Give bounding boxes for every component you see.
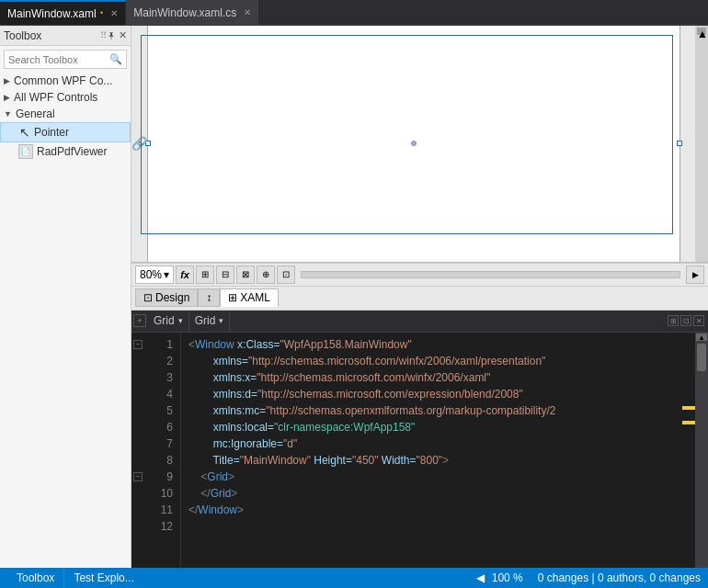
- left-dropdown[interactable]: Grid ▾: [148, 311, 189, 332]
- design-section: MainWindow 🔗: [131, 26, 708, 263]
- category-common-wpf[interactable]: ▶ Common WPF Co...: [0, 73, 131, 89]
- xaml-view-btn[interactable]: ⊞ XAML: [220, 288, 279, 307]
- xaml-label: XAML: [240, 291, 270, 304]
- tab-mainwindow-xaml[interactable]: MainWindow.xaml * ✕: [0, 0, 126, 25]
- xaml-icon: ⊞: [228, 291, 237, 304]
- code-btn3[interactable]: ✕: [693, 315, 704, 326]
- code-content[interactable]: <Window x:Class="WpfApp158.MainWindow" x…: [181, 333, 682, 569]
- h-scrollbar[interactable]: [301, 271, 680, 278]
- status-test-label: Test Explo...: [74, 571, 133, 584]
- grid-btn4[interactable]: ⊕: [257, 266, 275, 284]
- tab-mainwindow-xaml-cs[interactable]: MainWindow.xaml.cs ✕: [126, 0, 259, 25]
- arrow-icon: ▶: [4, 76, 10, 85]
- warning-indicator-2: [682, 421, 695, 424]
- pin-icon[interactable]: 🖈: [107, 30, 117, 41]
- design-canvas: MainWindow 🔗: [147, 26, 680, 262]
- status-toolbox-tab[interactable]: Toolbox: [7, 568, 63, 588]
- doc-icon: 📄: [18, 144, 33, 159]
- code-line-4: xmlns:d="http://schemas.microsoft.com/ex…: [188, 386, 675, 402]
- code-line-2: xmlns="http://schemas.microsoft.com/winf…: [188, 353, 675, 369]
- warning-indicator-1: [682, 406, 695, 410]
- scroll-up-btn[interactable]: ▲: [697, 28, 706, 35]
- margin-9: −: [133, 469, 143, 485]
- zoom-select[interactable]: 80% ▾: [135, 266, 174, 284]
- tab-label: MainWindow.xaml: [7, 7, 97, 20]
- grid-btn2[interactable]: ⊟: [216, 266, 234, 284]
- toolbox-header: Toolbox ⠿ 🖈 ✕: [0, 26, 131, 46]
- design-scrollbar[interactable]: ▲: [695, 26, 708, 262]
- item-label: RadPdfViewer: [37, 145, 108, 158]
- modified-indicator: *: [100, 9, 104, 18]
- code-left-margin: − −: [131, 333, 144, 569]
- line-num-10: 10: [152, 485, 173, 502]
- line-num-9: 9: [152, 469, 173, 485]
- category-label: General: [16, 107, 55, 120]
- line-num-2: 2: [152, 353, 173, 369]
- code-line-12: </Window>: [188, 502, 675, 518]
- grid-btn5[interactable]: ⊡: [277, 266, 295, 284]
- margin-1: −: [133, 336, 143, 353]
- code-btn1[interactable]: ⊞: [668, 315, 679, 326]
- status-nav-left[interactable]: ◀: [476, 571, 485, 584]
- item-label: Pointer: [34, 126, 69, 139]
- code-line-5: xmlns:mc="http://schemas.openxmlformats.…: [188, 402, 675, 419]
- editor-area: MainWindow 🔗: [131, 26, 708, 568]
- design-icon: ⊡: [143, 291, 153, 304]
- main-area: Toolbox ⠿ 🖈 ✕ 🔍 ▶ Common WPF Co... ▶ All…: [0, 26, 708, 568]
- tab-bar: MainWindow.xaml * ✕ MainWindow.xaml.cs ✕: [0, 0, 708, 26]
- code-line-8: Title="MainWindow" Height="450" Width="8…: [188, 452, 675, 469]
- zoom-dropdown-icon: ▾: [164, 268, 169, 281]
- line-num-11: 11: [152, 502, 173, 518]
- scroll-right-btn[interactable]: ▶: [686, 266, 704, 284]
- toolbox-item-radpdfviewer[interactable]: 📄 RadPdfViewer: [0, 142, 131, 161]
- line-num-12: 12: [152, 518, 173, 535]
- close-toolbox-icon[interactable]: ✕: [119, 29, 127, 41]
- code-btn2[interactable]: ⊡: [680, 315, 691, 326]
- toolbox-search-box[interactable]: 🔍: [4, 50, 127, 69]
- right-scrollbar[interactable]: ▲: [695, 333, 708, 569]
- center-dot: [411, 141, 417, 146]
- swap-view-btn[interactable]: ↕: [198, 288, 220, 307]
- code-dropbar: + Grid ▾ Grid ▾ ⊞ ⊡ ✕: [131, 311, 708, 333]
- status-info: ◀ 100 % 0 changes | 0 authors, 0 changes: [476, 571, 701, 584]
- toolbox-title: Toolbox: [4, 29, 41, 42]
- status-test-explorer-tab[interactable]: Test Explo...: [64, 568, 143, 588]
- category-general[interactable]: ▼ General: [0, 106, 131, 122]
- tab-label-cs: MainWindow.xaml.cs: [133, 6, 236, 19]
- collapse-1-btn[interactable]: −: [133, 340, 143, 349]
- close-tab-icon[interactable]: ✕: [110, 8, 118, 18]
- handle-mr[interactable]: [677, 141, 682, 146]
- dropdown-arrow-icon: ▾: [178, 316, 183, 325]
- toolbox-item-pointer[interactable]: ↖ Pointer: [0, 122, 131, 142]
- left-dropdown-label: Grid: [154, 314, 175, 327]
- category-all-wpf[interactable]: ▶ All WPF Controls: [0, 89, 131, 106]
- grid-btn3[interactable]: ⊠: [236, 266, 255, 284]
- status-bar: Toolbox Test Explo... ◀ 100 % 0 changes …: [0, 568, 708, 588]
- line-num-3: 3: [152, 369, 173, 386]
- grid-btn1[interactable]: ⊞: [196, 266, 214, 284]
- status-toolbox-label: Toolbox: [17, 571, 54, 584]
- code-line-3: xmlns:x="http://schemas.microsoft.com/wi…: [188, 369, 675, 386]
- right-dropdown[interactable]: Grid ▾: [189, 311, 231, 332]
- code-editor[interactable]: − − 1 2 3 4 5 6 7: [131, 333, 708, 569]
- code-indicators: [682, 333, 695, 569]
- arrow-icon: ▼: [4, 109, 12, 119]
- dropdown-arrow-icon2: ▾: [219, 316, 223, 325]
- line-num-8: 8: [152, 452, 173, 469]
- close-tab-cs-icon[interactable]: ✕: [244, 7, 251, 17]
- line-num-6: 6: [152, 419, 173, 435]
- expand-all-btn[interactable]: +: [133, 314, 146, 327]
- scroll-up-btn[interactable]: ▲: [696, 334, 707, 341]
- arrow-icon: ▶: [4, 93, 10, 102]
- formula-btn[interactable]: fx: [176, 266, 194, 284]
- search-input[interactable]: [8, 54, 106, 65]
- link-icon: 🔗: [131, 136, 147, 151]
- editor-toolbar: 80% ▾ fx ⊞ ⊟ ⊠ ⊕ ⊡ ▶: [131, 263, 708, 287]
- toolbox-controls: ⠿ 🖈 ✕: [100, 29, 127, 41]
- collapse-9-btn[interactable]: −: [133, 472, 143, 481]
- design-view[interactable]: MainWindow 🔗: [131, 26, 695, 262]
- scroll-thumb[interactable]: [697, 344, 706, 371]
- search-icon: 🔍: [109, 53, 122, 65]
- design-view-btn[interactable]: ⊡ Design: [135, 288, 198, 307]
- status-zoom: 100 %: [492, 571, 523, 584]
